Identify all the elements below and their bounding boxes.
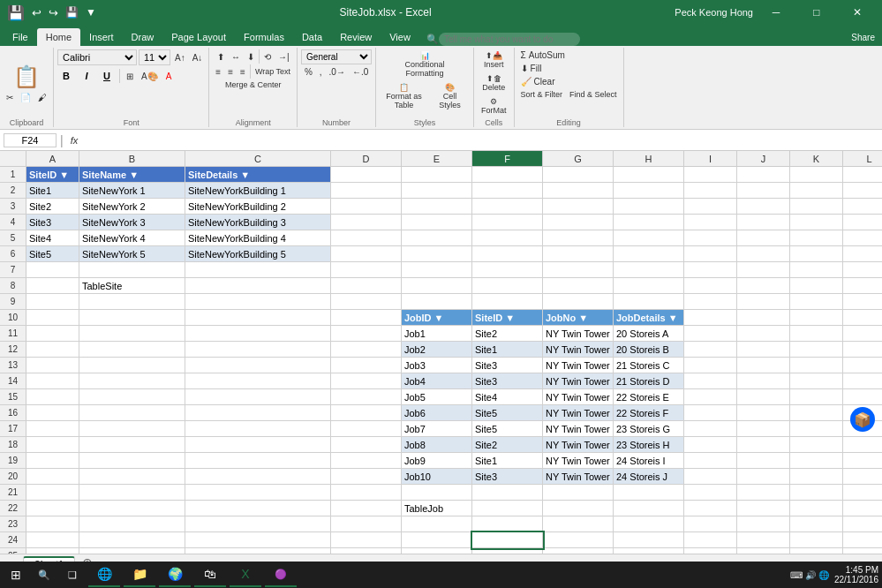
formula-input[interactable] (85, 135, 878, 146)
row-number[interactable]: 22 (0, 501, 26, 516)
align-top-btn[interactable]: ⬆ (215, 49, 227, 64)
quick-access-redo[interactable]: ↪ (49, 6, 58, 19)
taskbar-ie-btn[interactable]: 🌍 (159, 562, 191, 587)
row-number[interactable]: 1 (0, 167, 26, 183)
conditional-formatting-btn[interactable]: 📊Conditional Formatting (398, 49, 451, 79)
quick-access-more[interactable]: ▼ (86, 6, 96, 19)
decrease-font-btn[interactable]: A↓ (190, 52, 206, 64)
col-header-l[interactable]: L (843, 151, 882, 167)
row-number[interactable]: 15 (0, 389, 26, 405)
row-number[interactable]: 25 (0, 548, 26, 554)
tell-me-input[interactable] (439, 33, 580, 46)
ribbon-minimize-btn[interactable]: ─ (758, 0, 794, 25)
font-name-select[interactable]: Calibri (57, 49, 137, 65)
col-header-e[interactable]: E (402, 151, 472, 167)
col-header-b[interactable]: B (79, 151, 185, 167)
ribbon-maximize-btn[interactable]: □ (799, 0, 834, 25)
text-direction-btn[interactable]: ⟲ (261, 49, 274, 64)
clear-btn[interactable]: 🧹 Clear (518, 76, 558, 87)
cut-button[interactable]: ✂ (4, 92, 16, 103)
col-header-c[interactable]: C (185, 151, 331, 167)
row-number[interactable]: 3 (0, 199, 26, 215)
tab-formulas[interactable]: Formulas (235, 28, 293, 46)
cell-styles-btn[interactable]: 🎨Cell Styles (430, 81, 470, 111)
row-number[interactable]: 24 (0, 532, 26, 548)
decrease-decimal-btn[interactable]: ←.0 (350, 66, 371, 78)
paste-button[interactable]: 📋 (10, 63, 43, 91)
quick-access-undo[interactable]: ↩ (32, 6, 41, 19)
row-number[interactable]: 14 (0, 373, 26, 389)
taskbar-edge-btn[interactable]: 🌐 (88, 562, 120, 587)
col-header-f[interactable]: F (472, 151, 543, 167)
copy-button[interactable]: 📄 (18, 92, 34, 103)
format-painter-button[interactable]: 🖌 (35, 92, 49, 103)
comma-btn[interactable]: , (317, 66, 325, 78)
increase-decimal-btn[interactable]: .0→ (327, 66, 348, 78)
dropbox-icon[interactable]: 📦 (850, 407, 875, 432)
col-header-j[interactable]: J (737, 151, 790, 167)
row-number[interactable]: 11 (0, 326, 26, 342)
merge-center-btn[interactable]: Merge & Center (222, 79, 284, 90)
bold-button[interactable]: B (57, 67, 75, 85)
row-number[interactable]: 16 (0, 405, 26, 421)
tab-insert[interactable]: Insert (80, 28, 123, 46)
col-header-h[interactable]: H (614, 151, 684, 167)
wrap-text-btn[interactable]: Wrap Text (253, 64, 293, 79)
row-number[interactable]: 8 (0, 278, 26, 294)
task-view-btn[interactable]: ❑ (60, 562, 85, 587)
autosum-btn[interactable]: Σ AutoSum (518, 49, 568, 61)
tab-view[interactable]: View (381, 28, 419, 46)
border-button[interactable]: ⊞ (124, 71, 136, 82)
start-button[interactable]: ⊞ (4, 562, 28, 587)
font-color-button[interactable]: A (163, 71, 175, 82)
row-number[interactable]: 2 (0, 183, 26, 199)
align-bottom-btn[interactable]: ⬇ (245, 49, 257, 64)
row-number[interactable]: 13 (0, 358, 26, 373)
row-number[interactable]: 18 (0, 437, 26, 453)
taskbar-excel-btn[interactable]: X (230, 562, 261, 587)
row-number[interactable]: 5 (0, 230, 26, 246)
col-header-k[interactable]: K (790, 151, 843, 167)
row-number[interactable]: 4 (0, 215, 26, 230)
format-cells-btn[interactable]: ⚙ForMat (478, 95, 510, 117)
number-format-select[interactable]: General (301, 49, 372, 64)
percent-btn[interactable]: % (302, 66, 315, 78)
delete-cells-btn[interactable]: ⬆🗑Delete (479, 72, 509, 94)
row-number[interactable]: 7 (0, 262, 26, 278)
align-center-btn[interactable]: ≡ (225, 64, 236, 79)
quick-access-save[interactable]: 💾 (65, 6, 79, 19)
italic-button[interactable]: I (78, 67, 95, 85)
insert-cells-btn[interactable]: ⬆📥Insert (480, 49, 508, 71)
col-header-g[interactable]: G (543, 151, 614, 167)
col-header-i[interactable]: I (684, 151, 737, 167)
cells-area[interactable]: A B C D E F G H I J K L M 1SiteID ▼SiteN… (0, 151, 882, 554)
fill-btn[interactable]: ⬇ Fill (518, 63, 545, 74)
row-number[interactable]: 9 (0, 294, 26, 310)
share-button[interactable]: Share (844, 29, 882, 46)
tab-home[interactable]: Home (37, 28, 80, 46)
row-number[interactable]: 19 (0, 453, 26, 469)
cortana-btn[interactable]: 🔍 (32, 562, 57, 587)
row-number[interactable]: 23 (0, 516, 26, 532)
align-middle-btn[interactable]: ↔ (229, 49, 243, 64)
taskbar-store-btn[interactable]: 🛍 (194, 562, 226, 587)
tab-file[interactable]: File (4, 28, 37, 46)
taskbar-files-btn[interactable]: 📁 (124, 562, 155, 587)
indent-increase-btn[interactable]: →| (275, 49, 292, 64)
increase-font-btn[interactable]: A↑ (172, 52, 188, 64)
tab-draw[interactable]: Draw (123, 28, 163, 46)
row-number[interactable]: 21 (0, 485, 26, 501)
col-header-a[interactable]: A (26, 151, 79, 167)
row-number[interactable]: 10 (0, 310, 26, 326)
tab-page-layout[interactable]: Page Layout (162, 28, 235, 46)
find-select-btn[interactable]: Find & Select (567, 89, 620, 100)
row-number[interactable]: 12 (0, 342, 26, 358)
underline-button[interactable]: U (98, 67, 116, 85)
tab-review[interactable]: Review (331, 28, 381, 46)
font-size-select[interactable]: 11 (139, 49, 170, 65)
format-as-table-btn[interactable]: 📋Format as Table (380, 81, 428, 111)
tab-data[interactable]: Data (293, 28, 331, 46)
align-right-btn[interactable]: ≡ (237, 64, 248, 79)
sort-filter-btn[interactable]: Sort & Filter (518, 89, 566, 100)
name-box[interactable] (4, 133, 57, 147)
